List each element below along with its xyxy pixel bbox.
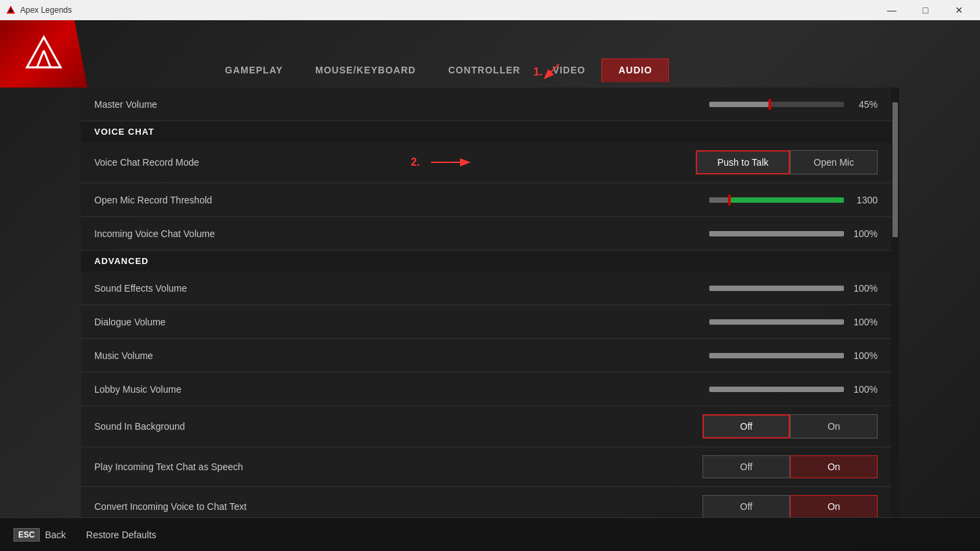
logo-area xyxy=(0,20,88,88)
incoming-voice-fill xyxy=(709,231,844,236)
music-volume-slider[interactable] xyxy=(709,353,844,358)
sound-effects-fill xyxy=(709,286,844,291)
app-icon xyxy=(5,5,16,15)
sound-effects-volume-control: 100% xyxy=(709,283,878,294)
lobby-music-fill xyxy=(709,387,844,392)
sound-in-background-label: Sound In Background xyxy=(94,421,703,432)
esc-badge: ESC xyxy=(13,528,40,542)
nav-tabs: GAMEPLAY MOUSE/KEYBOARD CONTROLLER VIDEO… xyxy=(88,20,669,88)
sound-effects-volume-label: Sound Effects Volume xyxy=(94,283,709,294)
sound-in-background-off-btn[interactable]: Off xyxy=(703,414,790,439)
music-volume-value: 100% xyxy=(851,350,878,361)
open-mic-fill-green xyxy=(729,197,844,203)
bottom-bar: ESC Back Restore Defaults xyxy=(0,517,980,551)
sound-effects-volume-value: 100% xyxy=(851,283,878,294)
play-incoming-text-chat-label: Play Incoming Text Chat as Speech xyxy=(94,461,703,472)
back-button[interactable]: ESC Back xyxy=(13,528,66,542)
play-incoming-text-chat-on-btn[interactable]: On xyxy=(790,455,878,478)
app-container: GAMEPLAY MOUSE/KEYBOARD CONTROLLER VIDEO… xyxy=(0,20,980,551)
play-incoming-text-chat-toggle: Off On xyxy=(703,455,878,478)
advanced-section-header: ADVANCED xyxy=(81,251,891,271)
voice-chat-record-mode-label: Voice Chat Record Mode xyxy=(94,157,696,168)
scrollbar[interactable] xyxy=(891,88,899,517)
maximize-button[interactable]: □ xyxy=(910,0,941,20)
sound-in-background-row: Sound In Background Off On xyxy=(81,406,891,447)
dialogue-volume-slider[interactable] xyxy=(709,319,844,325)
open-mic-threshold-row: Open Mic Record Threshold 1300 xyxy=(81,183,891,217)
incoming-voice-volume-control: 100% xyxy=(709,228,878,239)
master-volume-label: Master Volume xyxy=(94,99,709,110)
settings-main[interactable]: Master Volume 45% VOICE CHAT Voice xyxy=(81,88,891,517)
back-label: Back xyxy=(45,529,66,540)
title-bar-left: Apex Legends xyxy=(5,5,72,15)
master-volume-slider[interactable] xyxy=(709,102,844,107)
open-mic-threshold-control: 1300 xyxy=(709,195,878,205)
master-volume-control: 45% xyxy=(709,99,878,110)
play-incoming-text-chat-off-btn[interactable]: Off xyxy=(703,455,790,478)
voice-chat-mode-control: Push to Talk Open Mic xyxy=(696,150,878,174)
convert-incoming-voice-off-btn[interactable]: Off xyxy=(703,495,790,517)
play-incoming-text-chat-control: Off On xyxy=(703,455,878,478)
header: GAMEPLAY MOUSE/KEYBOARD CONTROLLER VIDEO… xyxy=(0,20,980,88)
lobby-music-volume-label: Lobby Music Volume xyxy=(94,384,709,395)
play-incoming-text-chat-row: Play Incoming Text Chat as Speech Off On xyxy=(81,447,891,487)
convert-incoming-voice-label: Convert Incoming Voice to Chat Text xyxy=(94,501,703,512)
voice-chat-section-header: VOICE CHAT xyxy=(81,121,891,142)
open-mic-fill-dark xyxy=(709,197,729,203)
dialogue-fill xyxy=(709,319,844,325)
close-button[interactable]: ✕ xyxy=(944,0,975,20)
minimize-button[interactable]: — xyxy=(876,0,907,20)
tab-mouse-keyboard[interactable]: MOUSE/KEYBOARD xyxy=(299,59,432,82)
open-mic-threshold-value: 1300 xyxy=(851,195,878,205)
scrollbar-thumb[interactable] xyxy=(892,102,898,237)
incoming-voice-volume-label: Incoming Voice Chat Volume xyxy=(94,228,709,239)
tab-gameplay[interactable]: GAMEPLAY xyxy=(209,59,299,82)
convert-incoming-voice-on-btn[interactable]: On xyxy=(790,495,878,517)
app-title: Apex Legends xyxy=(20,5,72,15)
master-volume-fill xyxy=(709,102,770,107)
apex-logo xyxy=(24,34,64,74)
title-bar-controls: — □ ✕ xyxy=(876,0,975,20)
content-area: Master Volume 45% VOICE CHAT Voice xyxy=(81,88,899,517)
incoming-voice-volume-value: 100% xyxy=(851,228,878,239)
open-mic-btn[interactable]: Open Mic xyxy=(790,150,878,174)
lobby-music-volume-slider[interactable] xyxy=(709,387,844,392)
sound-effects-volume-slider[interactable] xyxy=(709,286,844,291)
incoming-voice-volume-slider[interactable] xyxy=(709,231,844,236)
dialogue-volume-value: 100% xyxy=(851,317,878,327)
master-volume-value: 45% xyxy=(851,99,878,110)
convert-incoming-voice-row: Convert Incoming Voice to Chat Text Off … xyxy=(81,487,891,517)
dialogue-volume-row: Dialogue Volume 100% xyxy=(81,305,891,339)
sound-in-background-control: Off On xyxy=(703,414,878,439)
dialogue-volume-control: 100% xyxy=(709,317,878,327)
open-mic-threshold-label: Open Mic Record Threshold xyxy=(94,195,709,205)
voice-chat-record-mode-row: Voice Chat Record Mode 2. xyxy=(81,142,891,183)
sound-effects-volume-row: Sound Effects Volume 100% xyxy=(81,271,891,305)
push-to-talk-btn[interactable]: Push to Talk xyxy=(696,150,790,174)
title-bar: Apex Legends — □ ✕ xyxy=(0,0,980,20)
master-volume-row: Master Volume 45% xyxy=(81,88,891,121)
restore-defaults-label: Restore Defaults xyxy=(86,529,156,540)
open-mic-thumb[interactable] xyxy=(728,195,731,205)
lobby-music-volume-control: 100% xyxy=(709,384,878,395)
incoming-voice-volume-row: Incoming Voice Chat Volume 100% xyxy=(81,217,891,251)
svg-line-4 xyxy=(44,51,51,67)
music-volume-row: Music Volume 100% xyxy=(81,339,891,372)
svg-line-3 xyxy=(37,51,44,67)
tab-controller[interactable]: CONTROLLER xyxy=(432,59,536,82)
convert-incoming-voice-control: Off On xyxy=(703,495,878,517)
music-volume-control: 100% xyxy=(709,350,878,361)
convert-incoming-voice-toggle: Off On xyxy=(703,495,878,517)
sound-in-background-toggle: Off On xyxy=(703,414,878,439)
tab-audio[interactable]: AUDIO xyxy=(601,59,669,82)
open-mic-threshold-slider[interactable] xyxy=(709,197,844,203)
dialogue-volume-label: Dialogue Volume xyxy=(94,317,709,327)
master-volume-thumb[interactable] xyxy=(769,99,771,110)
sound-in-background-on-btn[interactable]: On xyxy=(790,414,878,439)
settings-panel: Master Volume 45% VOICE CHAT Voice xyxy=(81,88,899,517)
tab-video[interactable]: VIDEO xyxy=(537,59,602,82)
lobby-music-volume-row: Lobby Music Volume 100% xyxy=(81,372,891,406)
music-volume-label: Music Volume xyxy=(94,350,709,361)
restore-defaults-button[interactable]: Restore Defaults xyxy=(86,529,156,540)
voice-chat-mode-toggle: Push to Talk Open Mic xyxy=(696,150,878,174)
